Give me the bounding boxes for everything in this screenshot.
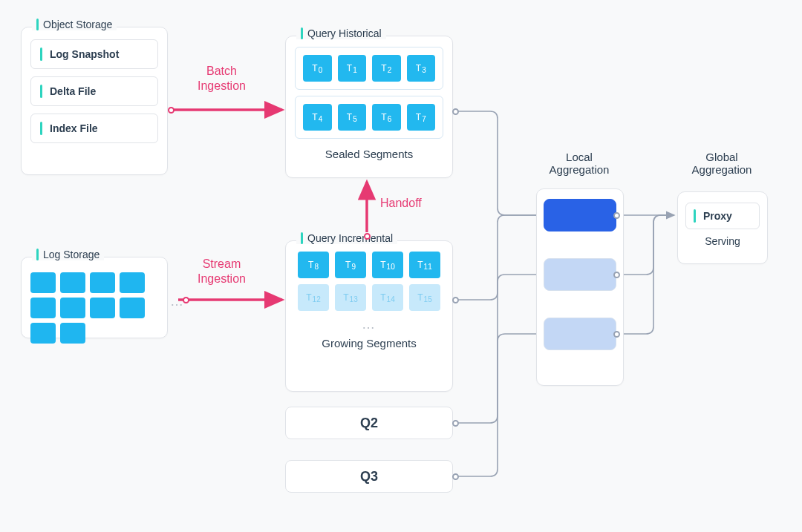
query-incremental-title: Query Incremental — [296, 232, 397, 244]
query-q2: Q2 — [285, 407, 453, 439]
log-block — [60, 323, 85, 344]
node-icon — [364, 233, 371, 240]
log-block — [120, 298, 145, 318]
query-q3: Q3 — [285, 460, 453, 493]
segment-faded: T12 — [298, 284, 329, 311]
segment-faded: T14 — [372, 284, 403, 311]
node-icon — [613, 272, 620, 278]
segment: T3 — [407, 55, 436, 82]
node-icon — [452, 297, 459, 303]
file-log-snapshot: Log Snapshot — [30, 39, 158, 69]
node-icon — [168, 107, 175, 114]
serving-caption: Serving — [685, 234, 760, 247]
segment: T1 — [338, 55, 367, 82]
segment-faded: T15 — [409, 284, 440, 311]
agg-box-light — [544, 258, 616, 291]
segment-faded: T13 — [335, 284, 366, 311]
log-block — [90, 298, 115, 318]
log-block — [90, 272, 115, 293]
query-historical-panel: Query Historical T0 T1 T2 T3 T4 T5 T6 T7… — [285, 36, 453, 178]
sealed-caption: Sealed Segments — [286, 145, 452, 169]
growing-caption: Growing Segments — [286, 334, 452, 358]
segment: T2 — [372, 55, 401, 82]
segment: T6 — [372, 104, 401, 131]
segment: T10 — [372, 252, 403, 278]
handoff-label: Handoff — [380, 196, 422, 211]
ellipsis-icon: … — [295, 317, 443, 332]
query-incremental-panel: Query Incremental T8 T9 T10 T11 T12 T13 … — [285, 240, 453, 392]
sealed-seg-group-1: T0 T1 T2 T3 — [295, 47, 443, 90]
log-storage-title: Log Storage — [32, 249, 104, 260]
proxy-card: Proxy — [685, 203, 760, 229]
node-icon — [452, 473, 459, 480]
segment: T7 — [407, 104, 436, 131]
local-agg-label: Local Aggregation — [535, 151, 624, 176]
segment: T0 — [303, 55, 332, 82]
growing-seg-row-2: T12 T13 T14 T15 — [295, 284, 443, 311]
agg-box-light — [544, 318, 616, 350]
stream-ingestion-label: Stream Ingestion — [198, 257, 246, 286]
log-blocks — [30, 269, 158, 344]
node-icon — [452, 108, 459, 115]
growing-seg-row-1: T8 T9 T10 T11 — [295, 252, 443, 278]
log-block — [30, 272, 56, 293]
sealed-seg-group-2: T4 T5 T6 T7 — [295, 96, 443, 139]
segment: T9 — [335, 252, 366, 278]
global-agg-label: Global Aggregation — [677, 151, 766, 176]
log-block — [60, 298, 85, 318]
batch-ingestion-label: Batch Ingestion — [198, 64, 246, 93]
log-block — [60, 272, 85, 293]
query-historical-title: Query Historical — [296, 27, 386, 39]
node-icon — [613, 212, 620, 219]
segment: T8 — [298, 252, 329, 278]
segment: T5 — [338, 104, 367, 131]
segment: T11 — [409, 252, 440, 278]
agg-box-dark — [544, 199, 616, 231]
object-storage-title: Object Storage — [32, 19, 117, 30]
object-storage-panel: Object Storage Log Snapshot Delta File I… — [21, 27, 168, 175]
segment: T4 — [303, 104, 332, 131]
serving-panel: Proxy Serving — [677, 191, 768, 264]
node-icon — [183, 297, 189, 303]
log-block — [30, 298, 56, 318]
log-storage-panel: Log Storage — [21, 257, 168, 338]
node-icon — [452, 420, 459, 427]
file-delta-file: Delta File — [30, 76, 158, 106]
log-block — [30, 323, 56, 344]
node-icon — [613, 331, 620, 338]
file-index-file: Index File — [30, 114, 158, 143]
log-block — [120, 272, 145, 293]
